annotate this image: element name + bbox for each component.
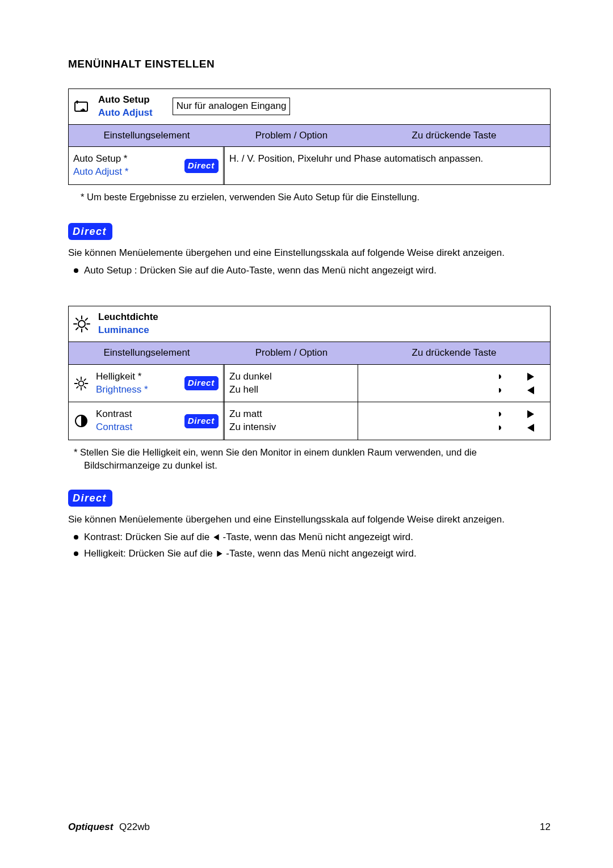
brightness-icon xyxy=(71,375,91,392)
direct-badge-brightness: Direct xyxy=(184,376,219,390)
row-desc: H. / V. Position, Pixeluhr und Phase aut… xyxy=(225,147,550,184)
contrast-opt2: Zu intensiv xyxy=(229,421,353,434)
contrast-label-de: Kontrast xyxy=(96,408,180,421)
triangle-left-icon xyxy=(212,533,220,541)
direct2-bullet-2: Helligkeit: Drücken Sie auf die -Taste, … xyxy=(74,547,551,561)
contrast-label-en: Contrast xyxy=(96,421,180,434)
svg-line-15 xyxy=(77,379,78,381)
svg-point-10 xyxy=(79,381,84,386)
footer-brand: Optiquest xyxy=(68,821,113,832)
table1-row: Auto Setup * Auto Adjust * Direct H. / V… xyxy=(69,147,550,184)
table1-title-en: Auto Adjust xyxy=(98,107,153,120)
brightness-row: Helligkeit * Brightness * Direct Zu dunk… xyxy=(69,365,550,402)
page-footer: Optiquest Q22wb 12 xyxy=(68,821,551,834)
triangle-right-icon xyxy=(216,550,224,558)
table2-title-de: Leuchtdichte xyxy=(98,311,158,324)
svg-point-1 xyxy=(78,321,85,327)
direct-heading-1: Direct xyxy=(68,223,112,240)
brightness-label-en: Brightness * xyxy=(96,384,180,397)
col-setting-2: Einstellungselement xyxy=(69,342,225,364)
footnote-1: * Um beste Ergebnisse zu erzielen, verwe… xyxy=(74,191,551,203)
table2-title-en: Luminance xyxy=(98,324,158,337)
svg-line-16 xyxy=(84,386,86,388)
col-setting: Einstellungselement xyxy=(69,125,225,147)
col-problem-2: Problem / Option xyxy=(225,342,358,364)
direct-heading-2: Direct xyxy=(68,490,112,507)
svg-line-8 xyxy=(86,318,88,321)
footer-model: Q22wb xyxy=(119,821,150,832)
footnote-2: * Stellen Sie die Helligkeit ein, wenn S… xyxy=(74,446,551,471)
page-heading: MENÜINHALT EINSTELLEN xyxy=(68,57,551,71)
row-label-de: Auto Setup * xyxy=(73,153,180,166)
luminance-table: Leuchtdichte Luminance Einstellungseleme… xyxy=(68,306,551,441)
col-problem: Problem / Option xyxy=(225,125,358,147)
key-decrease-2 xyxy=(363,423,545,433)
svg-line-17 xyxy=(84,379,86,381)
auto-setup-table: Auto Setup Auto Adjust Nur für analogen … xyxy=(68,89,551,186)
brightness-opt1: Zu dunkel xyxy=(229,370,353,384)
key-increase-2 xyxy=(363,409,545,419)
svg-line-18 xyxy=(77,386,78,388)
row-label-en: Auto Adjust * xyxy=(73,166,180,179)
table1-header: Auto Setup Auto Adjust Nur für analogen … xyxy=(69,89,550,125)
table2-subheader: Einstellungselement Problem / Option Zu … xyxy=(69,342,550,365)
svg-line-7 xyxy=(86,327,88,330)
brightness-label-de: Helligkeit * xyxy=(96,370,180,384)
svg-line-6 xyxy=(76,318,78,321)
contrast-opt1: Zu matt xyxy=(229,408,353,421)
brightness-opt2: Zu hell xyxy=(229,384,353,397)
col-key: Zu drückende Taste xyxy=(358,125,550,147)
luminance-icon xyxy=(71,314,93,334)
table2-header: Leuchtdichte Luminance xyxy=(69,306,550,342)
key-increase xyxy=(363,372,545,382)
direct2-para: Sie können Menüelemente übergehen und ei… xyxy=(68,513,551,526)
direct1-bullet: Auto Setup : Drücken Sie auf die Auto-Ta… xyxy=(74,264,551,277)
page-number: 12 xyxy=(540,821,551,834)
contrast-row: Kontrast Contrast Direct Zu matt Zu inte… xyxy=(69,402,550,440)
analog-only-badge: Nur für analogen Eingang xyxy=(173,98,291,115)
contrast-icon xyxy=(71,414,91,428)
auto-setup-icon xyxy=(71,99,93,114)
direct-badge-small: Direct xyxy=(184,159,219,172)
direct1-para: Sie können Menüelemente übergehen und ei… xyxy=(68,247,551,260)
col-key-2: Zu drückende Taste xyxy=(358,342,550,364)
direct-badge-contrast: Direct xyxy=(184,414,219,428)
direct2-bullet-1: Kontrast: Drücken Sie auf die -Taste, we… xyxy=(74,531,551,544)
svg-line-9 xyxy=(76,327,78,330)
table1-title-de: Auto Setup xyxy=(98,94,153,107)
key-decrease xyxy=(363,385,545,395)
table1-subheader: Einstellungselement Problem / Option Zu … xyxy=(69,125,550,148)
